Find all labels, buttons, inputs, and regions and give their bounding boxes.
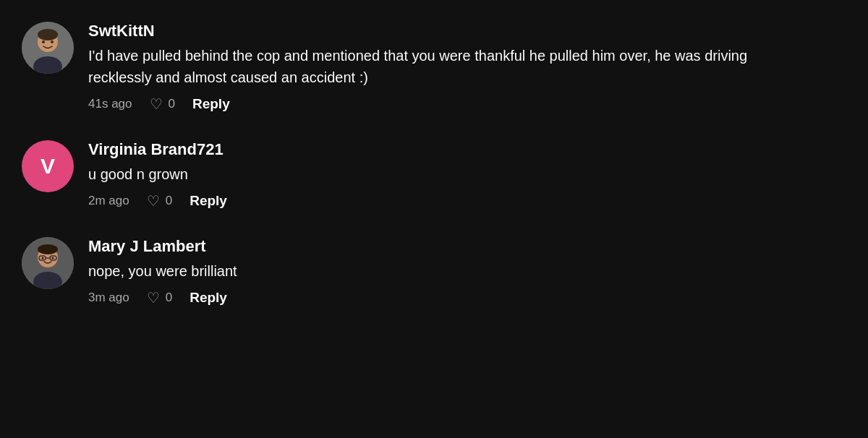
comment-content-virginia: Virginia Brand721 u good n grown 2m ago …: [88, 140, 846, 210]
avatar-swtkittn: [22, 22, 74, 74]
heart-icon-mary: ♡: [147, 289, 160, 306]
username-mary: Mary J Lambert: [88, 237, 846, 256]
svg-point-13: [42, 257, 44, 259]
comment-actions-swtkittn: 41s ago ♡ 0 Reply: [88, 95, 846, 113]
comment-time-virginia: 2m ago: [88, 194, 129, 208]
comment-actions-mary: 3m ago ♡ 0 Reply: [88, 289, 846, 306]
svg-point-5: [51, 40, 54, 43]
like-button-virginia[interactable]: ♡ 0: [147, 192, 172, 210]
comment-actions-virginia: 2m ago ♡ 0 Reply: [88, 192, 846, 210]
heart-icon-swtkittn: ♡: [150, 95, 163, 113]
svg-point-8: [38, 244, 58, 254]
comment-time-swtkittn: 41s ago: [88, 97, 132, 111]
like-count-mary: 0: [166, 291, 172, 305]
svg-point-4: [42, 40, 45, 43]
reply-button-mary[interactable]: Reply: [190, 290, 227, 306]
username-swtkittn: SwtKittN: [88, 22, 846, 40]
avatar-virginia: V: [22, 140, 74, 192]
comment-text-virginia: u good n grown: [88, 163, 754, 185]
like-count-virginia: 0: [166, 194, 172, 208]
comment-content-mary: Mary J Lambert nope, you were brilliant …: [88, 237, 846, 306]
comment-swtkittn: SwtKittN I'd have pulled behind the cop …: [22, 14, 846, 113]
comment-time-mary: 3m ago: [88, 291, 129, 305]
username-virginia: Virginia Brand721: [88, 140, 846, 159]
avatar-mary: [22, 237, 74, 289]
like-button-swtkittn[interactable]: ♡ 0: [150, 95, 175, 113]
heart-icon-virginia: ♡: [147, 192, 160, 210]
comment-mary: Mary J Lambert nope, you were brilliant …: [22, 230, 846, 306]
svg-point-14: [52, 257, 54, 259]
like-button-mary[interactable]: ♡ 0: [147, 289, 172, 306]
reply-button-swtkittn[interactable]: Reply: [192, 96, 230, 112]
reply-button-virginia[interactable]: Reply: [190, 193, 227, 209]
like-count-swtkittn: 0: [169, 97, 175, 111]
comment-text-swtkittn: I'd have pulled behind the cop and menti…: [88, 45, 754, 88]
svg-point-2: [38, 29, 58, 40]
comment-text-mary: nope, you were brilliant: [88, 260, 754, 282]
comment-virginia: V Virginia Brand721 u good n grown 2m ag…: [22, 133, 846, 210]
comment-content-swtkittn: SwtKittN I'd have pulled behind the cop …: [88, 22, 846, 113]
